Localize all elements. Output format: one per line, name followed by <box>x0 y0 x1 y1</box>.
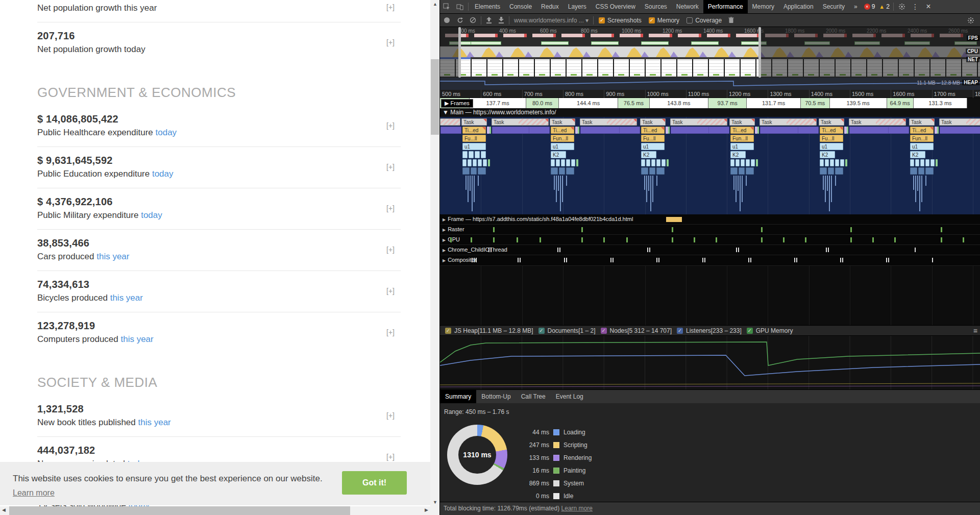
details-tab-bottom-up[interactable]: Bottom-Up <box>476 390 516 404</box>
filmstrip-thumbnail[interactable] <box>551 59 566 77</box>
task-bar-long[interactable]: Task <box>939 118 980 126</box>
js-frame-bar[interactable] <box>469 151 474 158</box>
main-thread-flamechart[interactable]: TaskTaskTi...edFu...llu1TaskTaskTi...edF… <box>440 117 980 214</box>
track-header[interactable]: ▶Raster <box>443 226 464 232</box>
filmstrip-thumbnail[interactable] <box>709 59 724 77</box>
coverage-checkbox[interactable] <box>687 17 693 23</box>
expand-stat-button[interactable]: [+] <box>386 163 395 171</box>
task-bar-long[interactable]: Task <box>580 118 637 126</box>
filmstrip-thumbnail[interactable] <box>582 59 597 77</box>
checkbox-screenshots[interactable]: ✓Screenshots <box>599 17 642 24</box>
anonymous-fn-bar[interactable]: u1 <box>820 143 843 150</box>
js-frame-bar[interactable]: K2 <box>910 151 925 158</box>
stat-period-link[interactable]: today <box>156 128 177 137</box>
filmstrip-thumbnail[interactable] <box>646 59 660 77</box>
js-frame-bar[interactable] <box>481 151 486 158</box>
filmstrip-thumbnail[interactable] <box>630 59 645 77</box>
memory-counter-toggle[interactable]: ✓Nodes[5 312 – 14 707] <box>601 327 672 334</box>
style-recalc-bar[interactable] <box>708 127 729 134</box>
js-frame-bar[interactable]: K2 <box>820 151 835 158</box>
inspect-element-icon[interactable] <box>440 0 453 14</box>
kebab-menu-icon[interactable]: ⋮ <box>909 0 922 14</box>
frame-duration-cell[interactable]: 70.5 ms <box>801 98 830 108</box>
js-frame-bar[interactable] <box>462 151 468 158</box>
task-bar-long[interactable]: Task <box>492 118 549 126</box>
function-call-bar[interactable]: Fu...ll <box>641 135 665 142</box>
task-bar-long[interactable]: Task <box>760 118 817 126</box>
style-recalc-bar[interactable] <box>440 127 461 134</box>
scroll-left-icon[interactable]: ◀ <box>2 507 6 512</box>
scroll-up-icon[interactable]: ▲ <box>433 2 437 7</box>
filmstrip-thumbnail[interactable] <box>567 59 581 77</box>
task-bar[interactable]: Task <box>909 118 935 126</box>
function-call-bar[interactable]: Fu...ll <box>820 135 843 142</box>
timer-fired-bar[interactable]: Ti...ed <box>820 127 843 134</box>
anonymous-fn-bar[interactable]: u1 <box>641 143 665 150</box>
filmstrip-thumbnail[interactable] <box>725 59 740 77</box>
style-recalc-bar-long[interactable] <box>940 127 980 134</box>
filmstrip-thumbnail[interactable] <box>472 59 486 77</box>
gpu-track[interactable]: ▶GPU <box>440 235 980 245</box>
tab-redux[interactable]: Redux <box>536 0 564 14</box>
checkbox-memory[interactable]: ✓Memory <box>649 17 679 24</box>
frame-duration-cell[interactable]: 139.5 ms <box>830 98 887 108</box>
memory-counter-toggle[interactable]: ✓JS Heap[11.1 MB – 12.8 MB] <box>445 327 533 334</box>
anonymous-fn-bar[interactable]: u1 <box>551 143 574 150</box>
selection-left-handle[interactable] <box>458 27 461 78</box>
expand-stat-button[interactable]: [+] <box>386 204 395 212</box>
filmstrip-thumbnail[interactable] <box>487 59 502 77</box>
cookie-learn-more-link[interactable]: Learn more <box>13 488 55 498</box>
js-frame-bar[interactable]: K2 <box>641 151 656 158</box>
tab-sources[interactable]: Sources <box>640 0 672 14</box>
details-tab-call-tree[interactable]: Call Tree <box>516 390 551 404</box>
counter-checkbox[interactable]: ✓ <box>677 328 683 334</box>
expand-stat-button[interactable]: [+] <box>386 411 395 420</box>
tab-css-overview[interactable]: CSS Overview <box>591 0 640 14</box>
filmstrip-thumbnail[interactable] <box>741 59 755 77</box>
timer-fired-bar[interactable]: Ti...ed <box>910 127 934 134</box>
delete-recording-icon[interactable] <box>728 17 734 23</box>
reload-and-profile-icon[interactable] <box>457 17 463 23</box>
capture-settings-gear-icon[interactable] <box>967 17 974 24</box>
frame-track[interactable]: ▶Frame — https://s7.addthis.com/static/s… <box>440 214 980 225</box>
device-toolbar-icon[interactable] <box>453 0 467 14</box>
frame-duration-cell[interactable]: 131.3 ms <box>914 98 967 108</box>
scroll-right-icon[interactable]: ▶ <box>425 507 428 512</box>
frame-duration-cell[interactable]: 93.7 ms <box>708 98 747 108</box>
raster-track[interactable]: ▶Raster <box>440 225 980 235</box>
timeline-overview[interactable]: 200 ms400 ms600 ms800 ms1000 ms1200 ms14… <box>440 27 980 78</box>
counter-checkbox[interactable]: ✓ <box>538 328 545 334</box>
counter-checkbox[interactable]: ✓ <box>601 328 607 334</box>
task-bar[interactable]: Task <box>461 118 487 126</box>
legend-menu-icon[interactable]: ≡ <box>973 327 977 335</box>
expand-arrow-icon[interactable]: ▶ <box>443 238 446 242</box>
stat-period-link[interactable]: today <box>152 169 174 179</box>
filmstrip-thumbnail[interactable] <box>598 59 613 77</box>
error-count-badge[interactable]: ×9 <box>864 3 875 10</box>
frame-duration-cell[interactable]: 137.7 ms <box>470 98 526 108</box>
compositor-track[interactable]: ▶Compositor <box>440 255 980 266</box>
tab-network[interactable]: Network <box>672 0 703 14</box>
save-profile-icon[interactable] <box>498 17 504 23</box>
tab-application[interactable]: Application <box>779 0 818 14</box>
task-bar[interactable]: Task <box>729 118 755 126</box>
close-devtools-icon[interactable]: × <box>922 0 935 14</box>
filmstrip-thumbnail[interactable] <box>503 59 518 77</box>
screenshots-checkbox[interactable]: ✓ <box>599 17 605 23</box>
stat-period-link[interactable]: this year <box>120 334 153 344</box>
selection-right-handle[interactable] <box>758 27 761 78</box>
warning-count-badge[interactable]: ▲2 <box>879 3 890 10</box>
expand-stat-button[interactable]: [+] <box>386 328 395 336</box>
js-frame-bar[interactable] <box>475 151 480 158</box>
style-recalc-bar[interactable] <box>798 127 819 134</box>
tab-console[interactable]: Console <box>505 0 536 14</box>
vertical-scrollbar-thumb[interactable] <box>431 59 439 135</box>
expand-arrow-icon[interactable]: ▶ <box>443 228 446 232</box>
frames-track-toggle[interactable]: ▶ Frames <box>441 99 473 108</box>
frame-duration-cell[interactable]: 131.7 ms <box>747 98 801 108</box>
filmstrip-thumbnail[interactable] <box>662 59 676 77</box>
chrome-childiothread-track[interactable]: ▶Chrome_ChildIOThread <box>440 245 980 255</box>
task-bar[interactable]: Task <box>819 118 844 126</box>
style-recalc-bar[interactable] <box>529 127 550 134</box>
filmstrip-thumbnail[interactable] <box>693 59 708 77</box>
